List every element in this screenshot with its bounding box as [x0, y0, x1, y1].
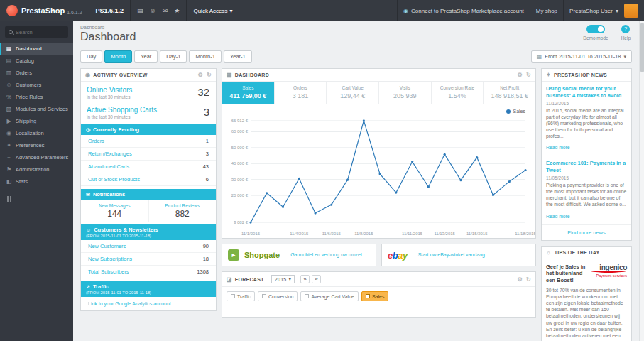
shop-name-block[interactable]: PS1.6.1.2: [89, 0, 131, 21]
sidebar-item-dashboard[interactable]: ▦ Dashboard: [0, 43, 73, 55]
user-menu[interactable]: PrestaShop User ▾: [563, 0, 644, 21]
quick-access-menu[interactable]: Quick Access ▾: [187, 0, 239, 21]
pending-orders-link[interactable]: Orders: [88, 138, 104, 144]
ebay-logo: ebay: [388, 250, 408, 261]
forecast-chip-average-cart-value[interactable]: Average Cart Value: [300, 291, 358, 301]
search-input[interactable]: [16, 29, 65, 36]
kpi-orders[interactable]: Orders 3 181: [275, 82, 327, 104]
sidebar-item-administration[interactable]: ⚑ Administration: [0, 163, 73, 175]
refresh-icon[interactable]: ↻: [207, 72, 212, 78]
read-more-link[interactable]: Read more: [546, 214, 570, 219]
collapse-menu-icon[interactable]: [0, 188, 73, 210]
pending-returns-link[interactable]: Return/Exchanges: [88, 151, 132, 157]
range-month-button[interactable]: Month: [104, 50, 132, 63]
shopgate-link[interactable]: Ga mobiel en verhoog uw omzet: [290, 252, 362, 258]
ebay-link[interactable]: Start uw eBay-winkel vandaag: [418, 252, 485, 258]
refresh-icon[interactable]: ↻: [526, 72, 531, 78]
range-day-button[interactable]: Day: [80, 50, 102, 63]
customers-icon[interactable]: ☺: [150, 7, 156, 14]
breadcrumb: Dashboard: [73, 21, 639, 30]
sidebar-item-advanced-parameters[interactable]: ≡ Advanced Parameters: [0, 151, 73, 163]
cart-icon[interactable]: ▤: [137, 7, 143, 14]
topbar-right: ◉ Connect to PrestaShop Marketplace acco…: [397, 0, 644, 21]
demo-mode-toggle[interactable]: [586, 25, 605, 33]
customers-icon: ☺: [6, 82, 12, 88]
customers-row: Total Subscribers 1308: [81, 266, 216, 278]
forecast-chip-conversion[interactable]: Conversion: [258, 291, 298, 301]
new-customers-link[interactable]: New Customers: [88, 243, 126, 249]
news-article-title-link[interactable]: Using social media for your business: 4 …: [546, 85, 627, 99]
sidebar-search[interactable]: [5, 26, 68, 38]
google-analytics-link[interactable]: Link to your Google Analytics account: [88, 301, 171, 306]
new-subscriptions-link[interactable]: New Subscriptions: [88, 256, 132, 262]
forecast-next-button[interactable]: »: [312, 275, 321, 283]
advanced-parameters-icon: ≡: [6, 154, 12, 161]
pending-row: Out of Stock Products 6: [81, 173, 216, 186]
tips-of-the-day-panel: ☼ TIPS OF THE DAY Geef je Sales in het b…: [541, 246, 632, 341]
gear-icon[interactable]: ⚙: [198, 72, 203, 78]
svg-text:66 912 €: 66 912 €: [231, 119, 249, 123]
gear-icon[interactable]: ⚙: [518, 72, 523, 78]
sidebar-item-catalog[interactable]: ▤ Catalog: [0, 55, 73, 67]
news-article-title-link[interactable]: Ecommerce 101: Payments in a Tweet: [546, 160, 627, 174]
read-more-link[interactable]: Read more: [546, 145, 570, 150]
stats-icon: ◧: [6, 178, 12, 185]
version-label: 1.6.1.2: [67, 10, 82, 15]
sidebar-item-modules[interactable]: ▧ Modules and Services: [0, 103, 73, 115]
forecast-icon: ◪: [227, 276, 232, 283]
ebay-promo: ebay Start uw eBay-winkel vandaag: [381, 244, 536, 266]
out-of-stock-link[interactable]: Out of Stock Products: [88, 176, 140, 183]
help-icon[interactable]: ?: [621, 25, 630, 33]
range-month-1-button[interactable]: Month-1: [189, 50, 222, 63]
find-more-news-link[interactable]: Find more news: [542, 225, 631, 240]
date-range-picker[interactable]: ▦ From 2015-11-01 To 2015-11-18 ▾: [531, 50, 632, 63]
messages-icon[interactable]: ✉: [163, 7, 168, 14]
refresh-icon[interactable]: ↻: [526, 276, 531, 283]
forecast-chip-sales[interactable]: Sales: [361, 291, 389, 301]
sidebar-item-localization[interactable]: ◉ Localization: [0, 127, 73, 139]
forecast-prev-button[interactable]: «: [300, 275, 310, 283]
marketplace-link[interactable]: ◉ Connect to PrestaShop Marketplace acco…: [397, 0, 530, 21]
page-scrollbar[interactable]: [639, 21, 644, 341]
activity-panel-title: ACTIVITY OVERVIEW: [93, 72, 147, 77]
forecast-chip-traffic[interactable]: Traffic: [227, 291, 255, 301]
sidebar-item-preferences[interactable]: ✦ Preferences: [0, 139, 73, 151]
news-article: Using social media for your business: 4 …: [542, 82, 631, 156]
forecast-panel: ◪ FORECAST 2015 ▾ « » ⚙ ↻: [222, 271, 536, 318]
my-shop-link[interactable]: My shop: [530, 0, 563, 21]
gear-icon[interactable]: ⚙: [518, 276, 523, 283]
range-year-1-button[interactable]: Year-1: [224, 50, 252, 63]
product-reviews-stat[interactable]: Product Reviews 882: [148, 200, 217, 222]
sidebar-item-price-rules[interactable]: % Price Rules: [0, 91, 73, 103]
chevron-down-icon: ▾: [229, 8, 232, 14]
shipping-icon: ▶: [6, 118, 12, 124]
scrollbar-thumb[interactable]: [640, 23, 644, 72]
kpi-cart-value[interactable]: Cart Value 129,44 €: [327, 82, 379, 104]
svg-text:11/11/2015: 11/11/2015: [402, 232, 423, 236]
brand-block[interactable]: PrestaShop 1.6.1.2: [0, 0, 89, 21]
avatar[interactable]: [624, 4, 638, 18]
sidebar-item-shipping[interactable]: ▶ Shipping: [0, 115, 73, 127]
traffic-header: ↗ Traffic (FROM 2015-11-01 TO 2015-11-18…: [81, 281, 216, 297]
sidebar-item-stats[interactable]: ◧ Stats: [0, 175, 73, 188]
kpi-conversion-rate[interactable]: Conversion Rate 1.54%: [432, 82, 484, 104]
new-messages-stat[interactable]: New Messages 144: [81, 200, 148, 222]
clock-icon: ◷: [86, 127, 90, 133]
badges-icon[interactable]: ★: [174, 7, 180, 14]
total-subscribers-link[interactable]: Total Subscribers: [88, 269, 129, 275]
svg-text:11/4/2015: 11/4/2015: [290, 232, 309, 236]
activity-icon: ◉: [85, 72, 90, 78]
kpi-sales[interactable]: Sales 411 759,00 €: [222, 82, 275, 104]
sidebar-item-orders[interactable]: ▥ Orders: [0, 67, 73, 79]
prestashop-logo-icon: [6, 5, 18, 16]
sidebar-item-customers[interactable]: ☺ Customers: [0, 79, 73, 91]
kpi-visits[interactable]: Visits 205 939: [379, 82, 432, 104]
abandoned-carts-link[interactable]: Abandoned Carts: [88, 163, 129, 170]
modules-icon: ▧: [6, 106, 12, 112]
ingenico-logo[interactable]: ingenico Payment services: [590, 264, 627, 284]
range-day-1-button[interactable]: Day-1: [160, 50, 187, 63]
range-year-button[interactable]: Year: [134, 50, 158, 63]
forecast-year-select[interactable]: 2015 ▾: [271, 275, 295, 283]
notifications-columns: New Messages 144 Product Reviews 882: [81, 200, 216, 222]
kpi-net-profit[interactable]: Net Profit 148 918,51 €: [484, 82, 535, 104]
